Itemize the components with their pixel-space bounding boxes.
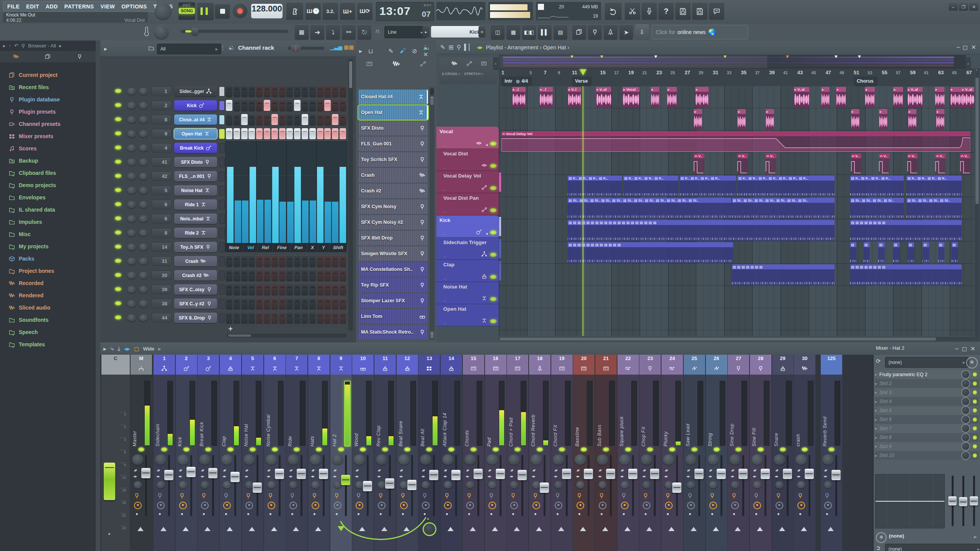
pattern-clip[interactable]: ▤ ▤ ▤ ▤ ▤ ▤ ▤ ▤ ▤ ▤ ▤ ▤ [568,242,733,263]
audio-clip[interactable]: ▸ V..al [596,87,611,108]
automation-clip[interactable]: ∞ V.. [766,153,776,174]
browser-item-misc[interactable]: Misc [0,228,96,240]
automation-clip[interactable]: ∞ V.. [694,153,704,174]
track-options-dots[interactable]: ... [443,320,446,324]
fx-plug-icon[interactable] [824,492,830,499]
step-cell[interactable] [271,312,278,323]
step-cell[interactable] [271,284,278,295]
step-cell[interactable] [317,284,323,295]
step-cell[interactable] [286,256,293,267]
step-cell[interactable] [286,128,293,139]
channel-pattern-count[interactable]: 42 [152,171,172,181]
save-button[interactable] [675,2,691,20]
timeline-bar-number[interactable]: 37 [755,70,760,75]
browser-item-envelopes[interactable]: Envelopes [0,191,96,204]
step-cell[interactable] [294,284,301,295]
channel-pan-knob[interactable] [127,272,136,279]
step-cell[interactable] [248,270,255,281]
channel-mute-strip[interactable] [219,228,225,238]
timeline-bar-number[interactable]: 27 [684,70,690,75]
strip-stereo-knob[interactable] [597,454,608,465]
strip-header[interactable]: 1 [154,355,175,375]
strip-clock-icon[interactable]: ✹ [378,502,385,509]
channel-rack-window-button[interactable]: ◧◧ [522,24,536,40]
minimize-button[interactable]: – [949,3,958,11]
browser-item-demo-projects[interactable]: Demo projects [0,179,96,191]
strip-stereo-knob[interactable] [464,454,476,465]
channel-pattern-count[interactable]: 8 [152,228,172,238]
step-cell[interactable] [226,128,232,139]
strip-pan-arrows[interactable]: ▴▾ [201,468,203,472]
strip-led[interactable] [493,447,499,452]
graph-tab-fine[interactable]: Fine [272,243,291,252]
save-as-button[interactable] [692,2,707,20]
strip-sep-arrows[interactable]: ◂▸ [775,474,779,478]
step-cell[interactable] [271,86,278,97]
mixer-strip-string[interactable]: 26String▴▾◂▸✹ [706,355,727,551]
playlist-track-vocal-dist[interactable]: Vocal Dist... [436,149,499,171]
strip-header[interactable]: 24 [662,355,683,375]
strip-fader[interactable] [628,469,637,479]
channel-vol-knob[interactable] [139,130,148,137]
playlist-track-vocal-dist-pan[interactable]: Vocal Dist Pan... [436,193,499,215]
strip-header[interactable]: 19 [551,355,573,375]
strip-led[interactable] [514,447,521,452]
song-marker-verse[interactable]: Verse [572,77,591,86]
step-cell[interactable] [302,100,308,111]
strip-led[interactable] [581,447,587,452]
strip-small-knob[interactable] [157,481,165,489]
panel-splitter[interactable] [96,41,100,551]
strip-header[interactable]: 20 [573,355,595,375]
strip-fader[interactable] [319,469,328,479]
strip-fx-icon[interactable] [466,492,472,500]
fx-plug-icon[interactable] [731,492,737,499]
step-cell[interactable] [226,312,232,323]
strip-fader[interactable] [474,469,483,479]
step-cell[interactable] [256,284,263,295]
channel-button-open-hat[interactable]: Open Hat [174,129,217,139]
slot-mix-knob[interactable] [961,406,970,415]
channel-pan-knob[interactable] [127,215,136,222]
song-info-panel[interactable]: Knock Me Out 4:06:22Vocal Dist [3,12,148,23]
strip-fader[interactable] [738,469,748,479]
step-cell[interactable] [264,100,270,111]
channel-led[interactable] [115,131,121,135]
browser-item-channel-presets[interactable]: Channel presets [0,118,96,130]
pattern-clip[interactable]: ▤ K.. ▤ K.. ▤ K.. ▤ K.. ▤ K.. ▤ K.. ▤ K.… [737,176,835,196]
picker-item-toy-scritch-sfx[interactable]: Toy Scritch SFX [358,152,428,167]
fx-plug-icon[interactable] [753,492,760,499]
fx-slot-3[interactable]: ▸Slot 3 [875,388,978,397]
audio-clip[interactable]: ▸ [821,87,830,108]
track-hat-icon[interactable] [481,295,487,302]
step-cell[interactable] [286,312,293,323]
step-cell[interactable] [256,270,263,281]
strip-sep-arrows[interactable]: ◂▸ [532,474,536,478]
strip-small-knob[interactable] [267,481,276,489]
strip-stereo-knob[interactable] [729,454,741,465]
slot-arrow-icon[interactable]: ▸ [875,399,877,404]
rack-swing-slider[interactable] [288,47,324,50]
strip-pan-arrows[interactable]: ▴▾ [157,468,159,472]
mixer-close-icon[interactable]: ✕ [970,345,975,352]
channel-mute-strip[interactable] [219,186,225,196]
channel-mute-strip[interactable] [219,271,225,280]
fx-slot-2[interactable]: ▸Slot 2 [875,379,978,388]
track-link-icon[interactable] [481,184,487,191]
strip-clock-icon[interactable]: ✹ [753,502,761,509]
channel-vol-knob[interactable] [139,88,148,95]
step-cell[interactable] [248,298,255,309]
channel-vol-knob[interactable] [139,158,148,166]
timeline-bar-number[interactable]: 23 [657,70,662,75]
step-cell[interactable] [234,100,240,111]
channel-pattern-count[interactable]: 6 [152,214,172,223]
step-cell[interactable] [264,298,270,309]
step-cell[interactable] [256,114,263,125]
audio-clip[interactable]: ▸ [836,87,846,108]
channel-button-crash[interactable]: Crash [174,256,217,266]
strip-fader[interactable] [451,470,461,480]
channel-led[interactable] [115,145,121,150]
step-cell[interactable] [271,100,278,111]
timeline-bar-number[interactable]: 33 [727,70,732,75]
strip-stereo-knob[interactable] [132,454,144,465]
strip-fx-icon[interactable] [753,492,760,500]
